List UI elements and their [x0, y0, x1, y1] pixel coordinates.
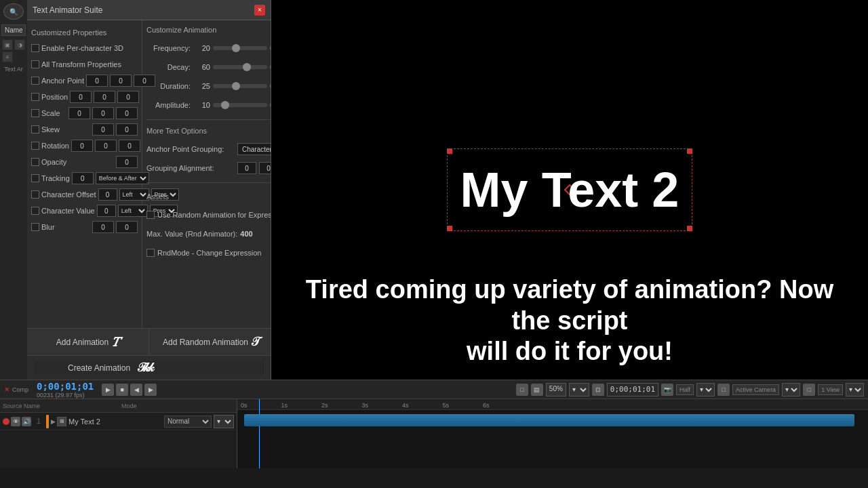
close-button[interactable]: ×: [254, 5, 265, 16]
rot-z-input[interactable]: [119, 140, 140, 152]
use-random-checkbox[interactable]: [146, 211, 155, 219]
anchor-point-checkbox[interactable]: [31, 77, 39, 85]
use-random-row: Use Random Animation for Expression: [146, 207, 271, 222]
film-icon[interactable]: ▤: [531, 384, 543, 396]
char-offset-checkbox[interactable]: [31, 190, 39, 199]
decay-thumb[interactable]: [243, 63, 251, 71]
blur-x-input[interactable]: [92, 221, 114, 233]
blur-y-input[interactable]: [116, 221, 138, 233]
expand-arrow[interactable]: ▶: [51, 418, 56, 425]
amplitude-end[interactable]: [270, 102, 271, 108]
frequency-end[interactable]: [270, 45, 271, 51]
char-value-checkbox[interactable]: [31, 207, 39, 215]
grid-icon-3[interactable]: ≡: [2, 52, 13, 62]
char-value-input[interactable]: [97, 205, 116, 217]
search-icon[interactable]: 🔍: [3, 3, 24, 20]
grouping-align-y[interactable]: [259, 162, 271, 174]
opacity-input[interactable]: [116, 156, 138, 168]
use-random-label: Use Random Animation for Expression: [157, 211, 271, 219]
duration-slider[interactable]: [213, 84, 267, 88]
add-animation-button[interactable]: Add Animation 𝑇: [27, 329, 149, 355]
char-offset-input[interactable]: [98, 188, 117, 201]
prev-frame-btn[interactable]: ◀: [130, 384, 142, 396]
scale-z-input[interactable]: [116, 107, 138, 119]
view-dropdown[interactable]: ▾: [846, 383, 864, 396]
handle-tl[interactable]: [447, 148, 452, 154]
mode-ext-dropdown[interactable]: ▾: [214, 415, 234, 428]
frequency-slider[interactable]: [213, 46, 267, 50]
frequency-thumb[interactable]: [232, 44, 240, 52]
scale-y-input[interactable]: [92, 107, 114, 119]
amplitude-thumb[interactable]: [221, 101, 229, 109]
play-btn[interactable]: ▶: [102, 384, 114, 396]
views-icon[interactable]: □: [803, 384, 815, 396]
visibility-btn[interactable]: 👁: [11, 417, 20, 426]
camera-dropdown[interactable]: ▾: [782, 383, 800, 396]
scale-checkbox[interactable]: [31, 109, 39, 117]
text-selection-container: My Text 2: [460, 162, 679, 218]
handle-bl[interactable]: [447, 226, 452, 231]
plugin-panel: Text Animator Suite × Customized Propert…: [27, 0, 271, 380]
anchor-x-input[interactable]: [86, 75, 108, 87]
skew-x-input[interactable]: [92, 123, 114, 136]
duration-end[interactable]: [270, 83, 271, 89]
grid-icon-2[interactable]: ◑: [14, 39, 25, 50]
scale-x-input[interactable]: [68, 107, 90, 119]
create-animation-button[interactable]: Create Animation 𝒯𝓀𝓀: [34, 361, 264, 375]
enable-per-char-label: Enable Per-character 3D: [41, 44, 138, 52]
opacity-checkbox[interactable]: [31, 158, 39, 166]
amplitude-slider[interactable]: [213, 103, 267, 107]
photo-icon[interactable]: 📷: [661, 384, 673, 396]
rot-x-input[interactable]: [71, 140, 93, 152]
enable-per-char-checkbox[interactable]: [31, 44, 39, 52]
anchor-y-input[interactable]: [110, 75, 132, 87]
next-frame-btn[interactable]: ▶: [144, 384, 157, 396]
position-label: Position: [41, 93, 68, 101]
ruler-6s: 6s: [483, 402, 490, 409]
layer-bar[interactable]: [244, 414, 854, 426]
zoom-dropdown[interactable]: ▾: [569, 383, 589, 396]
blur-checkbox[interactable]: [31, 223, 39, 231]
tracking-label: Tracking: [41, 174, 70, 182]
decay-end[interactable]: [270, 64, 271, 70]
grouping-align-x[interactable]: [237, 162, 256, 174]
duration-thumb[interactable]: [232, 82, 240, 90]
rot-y-input[interactable]: [95, 140, 117, 152]
tracking-dropdown[interactable]: Before & After Before After: [96, 172, 149, 184]
render-icon[interactable]: □: [516, 384, 528, 396]
handle-br[interactable]: [687, 226, 692, 231]
solo-btn[interactable]: [3, 418, 9, 425]
half-dropdown[interactable]: ▾: [696, 383, 715, 396]
timecode[interactable]: 0;00;01;01: [37, 381, 94, 392]
frame-btn[interactable]: ⊞: [57, 417, 66, 426]
playhead[interactable]: [259, 399, 260, 468]
rnd-mode-checkbox[interactable]: [146, 249, 155, 257]
skew-label: Skew: [41, 125, 90, 134]
cam-icon[interactable]: ⊡: [592, 384, 604, 396]
stop-btn[interactable]: ■: [116, 384, 128, 396]
customized-header: Customized Properties: [31, 28, 138, 37]
pos-y-input[interactable]: [94, 91, 115, 103]
audio-btn[interactable]: 🔊: [22, 417, 31, 426]
pos-z-input[interactable]: [117, 91, 139, 103]
add-random-animation-button[interactable]: Add Random Animation 𝒯: [149, 329, 271, 355]
all-transform-label: All Transform Properties: [41, 60, 138, 68]
position-checkbox[interactable]: [31, 93, 39, 101]
close-tl-btn[interactable]: ✕: [4, 386, 9, 393]
all-transform-checkbox[interactable]: [31, 60, 39, 68]
tracking-input[interactable]: [72, 172, 94, 184]
duration-row: Duration: 25: [146, 79, 271, 94]
handle-tr[interactable]: [687, 148, 692, 154]
decay-slider[interactable]: [213, 65, 267, 69]
3d-view-icon[interactable]: □: [717, 384, 730, 396]
skew-checkbox[interactable]: [31, 125, 39, 134]
grid-icon-1[interactable]: ▣: [2, 39, 13, 50]
tracking-checkbox[interactable]: [31, 174, 39, 182]
panel-titlebar: Text Animator Suite ×: [27, 0, 271, 20]
skew-y-input[interactable]: [116, 123, 138, 136]
rotation-checkbox[interactable]: [31, 142, 39, 150]
pos-x-input[interactable]: [70, 91, 92, 103]
duration-value: 25: [193, 82, 210, 90]
anchor-grouping-dropdown[interactable]: Character Word Line: [237, 143, 271, 155]
blend-mode-dropdown[interactable]: Normal: [164, 415, 212, 428]
